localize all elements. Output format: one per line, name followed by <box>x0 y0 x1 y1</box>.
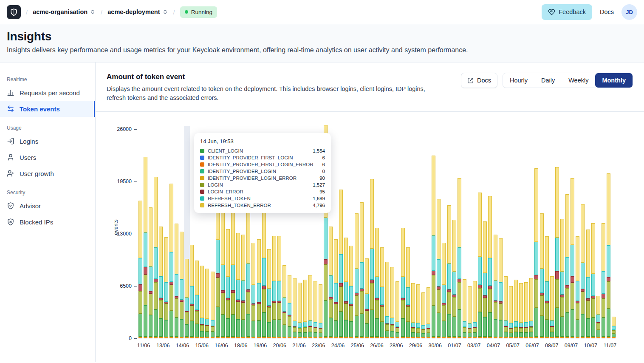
app-logo[interactable] <box>7 5 21 19</box>
stacked-bar[interactable] <box>251 243 255 338</box>
stacked-bar[interactable] <box>401 228 405 338</box>
stacked-bar[interactable] <box>308 275 312 338</box>
stacked-bar[interactable] <box>205 269 209 338</box>
stacked-bar[interactable] <box>458 178 461 338</box>
stacked-bar[interactable] <box>180 232 184 338</box>
stacked-bar[interactable] <box>596 296 600 338</box>
stacked-bar[interactable] <box>519 283 523 338</box>
stacked-bar[interactable] <box>154 177 158 338</box>
stacked-bar[interactable] <box>159 227 163 338</box>
stacked-bar[interactable] <box>545 236 549 338</box>
chevrons-up-down-icon[interactable] <box>162 9 168 15</box>
stacked-bar[interactable] <box>262 194 266 338</box>
stacked-bar[interactable] <box>524 282 528 338</box>
stacked-bar[interactable] <box>175 224 178 338</box>
sidebar-item-token-events[interactable]: Token events <box>0 101 95 117</box>
stacked-bar[interactable] <box>370 179 374 338</box>
stacked-bar[interactable] <box>344 238 348 338</box>
stacked-bar[interactable] <box>329 227 333 338</box>
stacked-bar[interactable] <box>550 276 554 338</box>
stacked-bar[interactable] <box>488 196 492 338</box>
stacked-bar[interactable] <box>540 213 544 338</box>
stacked-bar[interactable] <box>534 168 538 338</box>
stacked-bar[interactable] <box>221 209 225 338</box>
tab-weekly[interactable]: Weekly <box>562 73 595 88</box>
sidebar-item-users[interactable]: Users <box>0 149 95 165</box>
stacked-bar[interactable] <box>241 235 245 338</box>
stacked-bar[interactable] <box>509 286 513 338</box>
chevrons-up-down-icon[interactable] <box>90 9 96 15</box>
stacked-bar[interactable] <box>365 258 369 338</box>
stacked-bar[interactable] <box>529 278 533 338</box>
stacked-bar[interactable] <box>169 184 173 338</box>
stacked-bar[interactable] <box>267 249 271 338</box>
stacked-bar[interactable] <box>282 265 286 338</box>
stacked-bar[interactable] <box>314 281 317 338</box>
stacked-bar[interactable] <box>385 262 389 338</box>
sidebar-item-blocked-ips[interactable]: Blocked IPs <box>0 214 95 230</box>
stacked-bar[interactable] <box>494 235 497 338</box>
stacked-bar[interactable] <box>499 238 503 338</box>
stacked-bar[interactable] <box>560 219 564 338</box>
stacked-bar[interactable] <box>504 276 508 338</box>
stacked-bar[interactable] <box>390 267 394 338</box>
stacked-bar[interactable] <box>473 281 477 338</box>
sidebar-item-logins[interactable]: Logins <box>0 133 95 149</box>
stacked-bar[interactable] <box>581 204 585 338</box>
stacked-bar[interactable] <box>421 292 425 338</box>
stacked-bar[interactable] <box>231 207 235 338</box>
tab-monthly[interactable]: Monthly <box>595 73 633 88</box>
tab-daily[interactable]: Daily <box>534 73 562 88</box>
stacked-bar[interactable] <box>442 243 446 338</box>
stacked-bar[interactable] <box>555 167 559 338</box>
stacked-bar[interactable] <box>272 236 276 338</box>
stacked-bar[interactable] <box>195 261 199 338</box>
stacked-bar[interactable] <box>349 246 353 338</box>
stacked-bar[interactable] <box>416 284 420 338</box>
stacked-bar[interactable] <box>432 156 435 338</box>
stacked-bar[interactable] <box>427 287 430 338</box>
breadcrumb-organisation[interactable]: acme-organisation <box>33 9 96 15</box>
stacked-bar[interactable] <box>612 317 616 338</box>
stacked-bar[interactable] <box>226 229 230 338</box>
stacked-bar[interactable] <box>565 194 569 338</box>
stacked-bar[interactable] <box>185 259 189 338</box>
stacked-bar[interactable] <box>406 247 410 338</box>
stacked-bar[interactable] <box>144 157 147 338</box>
stacked-bar[interactable] <box>339 190 343 338</box>
breadcrumb-deployment[interactable]: acme-deployment <box>107 9 168 15</box>
stacked-bar[interactable] <box>303 280 307 338</box>
stacked-bar[interactable] <box>138 201 142 338</box>
stacked-bar[interactable] <box>586 230 590 338</box>
stacked-bar[interactable] <box>483 221 487 338</box>
sidebar-item-advisor[interactable]: Advisor <box>0 198 95 214</box>
docs-nav-link[interactable]: Docs <box>600 9 614 15</box>
stacked-bar[interactable] <box>395 281 399 338</box>
stacked-bar[interactable] <box>355 213 359 338</box>
stacked-bar[interactable] <box>360 202 364 338</box>
stacked-bar[interactable] <box>468 286 472 338</box>
stacked-bar[interactable] <box>236 233 240 338</box>
stacked-bar[interactable] <box>288 275 291 338</box>
stacked-bar[interactable] <box>190 245 194 338</box>
stacked-bar[interactable] <box>257 239 261 338</box>
stacked-bar[interactable] <box>437 199 441 338</box>
sidebar-item-user-growth[interactable]: User growth <box>0 165 95 182</box>
stacked-bar[interactable] <box>514 280 518 338</box>
stacked-bar[interactable] <box>452 220 456 338</box>
stacked-bar[interactable] <box>447 205 451 338</box>
feedback-button[interactable]: Feedback <box>542 4 592 20</box>
stacked-bar[interactable] <box>591 223 595 338</box>
stacked-bar[interactable] <box>602 223 605 338</box>
stacked-bar[interactable] <box>478 193 482 338</box>
docs-button[interactable]: Docs <box>461 73 497 88</box>
stacked-bar[interactable] <box>576 236 579 338</box>
stacked-bar[interactable] <box>277 236 281 338</box>
stacked-bar[interactable] <box>411 283 415 338</box>
stacked-bar[interactable] <box>298 283 302 338</box>
stacked-bar[interactable] <box>334 239 338 338</box>
stacked-bar[interactable] <box>607 173 610 338</box>
stacked-bar[interactable] <box>380 247 384 338</box>
stacked-bar[interactable] <box>211 272 215 338</box>
stacked-bar[interactable] <box>246 205 250 338</box>
